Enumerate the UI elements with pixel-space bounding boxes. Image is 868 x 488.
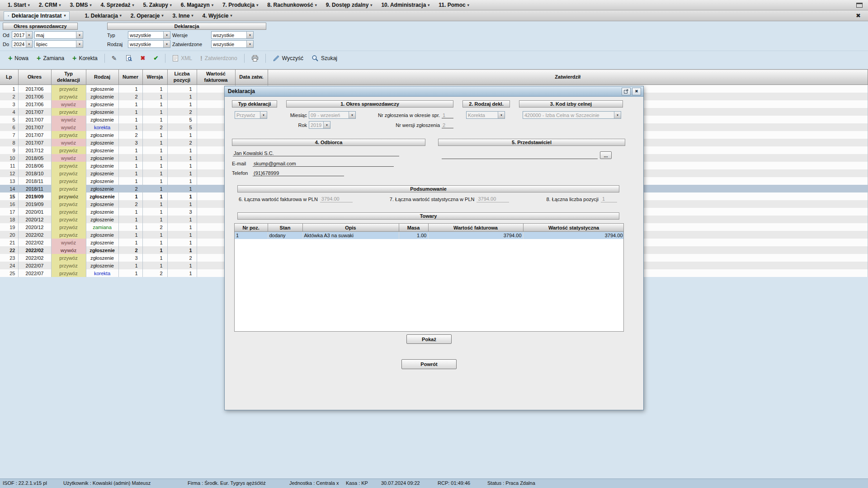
nr-zgloszenia-input[interactable]: 1 [442,112,453,118]
rodzaj-select[interactable]: wszystkie ▾ [128,40,170,48]
edit-button[interactable]: ✎ [108,54,121,62]
dialog-body: Typ deklaracji Przywóz ▾ 1. Okres sprawo… [225,100,643,369]
od-month-select[interactable]: maj ▾ [34,31,83,39]
toolbar-divider [265,54,266,63]
cell: 1 [142,108,167,116]
main-menu-item-3[interactable]: 3. DMS▾ [66,1,95,9]
popout-icon[interactable] [622,88,631,95]
od-year-select[interactable]: 2017 ▾ [12,31,33,39]
dialog-titlebar[interactable]: Deklaracja ✖ [225,86,643,97]
clear-button[interactable]: Wyczyść [269,53,307,63]
nr-wersji-input[interactable]: 2 [442,122,453,128]
main-menu-item-4[interactable]: 4. Sprzedaż▾ [96,1,138,9]
column-header[interactable]: Okres [18,70,51,85]
show-button[interactable]: Pokaż [406,334,452,344]
main-menu-item-10[interactable]: 10. Administracja▾ [377,1,434,9]
column-header[interactable]: Wersja [142,70,167,85]
column-header[interactable]: Zatwierdził [268,70,868,85]
rok-select[interactable]: 2019 ▾ [309,121,330,129]
module-menu-item-2[interactable]: 2. Operacje▾ [127,12,168,20]
okres-filter-group: Okres sprawozdawczy Od 2017 ▾ maj ▾ Do 2… [3,23,95,48]
telefon-input[interactable]: (91)678999 [253,170,344,176]
towary-column-header[interactable]: Masa [399,224,428,232]
module-menu-item-3[interactable]: 3. Inne▾ [169,12,198,20]
nr-wersji-label: Nr wersji zgłoszenia [358,122,442,128]
cell: 1 [118,231,142,239]
do-month-select[interactable]: lipiec ▾ [34,40,83,48]
cell: 1 [167,162,197,169]
column-header[interactable]: Data zatw. [235,70,268,85]
typ-select[interactable]: wszystkie ▾ [128,31,170,39]
column-header[interactable]: Wartość fakturowa [197,70,235,85]
towary-listbox[interactable]: Nr poz.StanOpisMasaWartość fakturowaWart… [234,223,624,332]
cell: 2017/06 [18,85,51,93]
cell: 3 [118,254,142,262]
towary-column-header[interactable]: Wartość fakturowa [428,224,523,232]
main-menu-item-8[interactable]: 8. Rachunkowość▾ [263,1,321,9]
column-header[interactable]: Lp [0,70,18,85]
cell: 1 [118,154,142,162]
module-menu-item-4[interactable]: 4. Wyjście▾ [198,12,236,20]
do-year-select[interactable]: 2024 ▾ [12,40,33,48]
cell: przywóz [51,200,86,208]
dialog-close-icon[interactable]: ✖ [632,88,641,95]
chevron-down-icon: ▾ [246,41,253,47]
towary-column-header[interactable]: Stan [268,224,302,232]
search-button-label: Szukaj [321,55,337,61]
cell: korekta [86,123,118,131]
cell: zgłoszenie [86,177,118,185]
approve-button[interactable]: ✔ [150,54,162,62]
miesiac-select[interactable]: 09 - wrzesień ▾ [309,111,356,119]
zatwierdzone-select[interactable]: wszystkie ▾ [211,40,254,48]
odbiorca-name-input[interactable]: Jan Kowalski S.C. [233,150,399,156]
towary-column-header[interactable]: Nr poz. [235,224,268,232]
przedstawiciel-input[interactable] [442,153,598,159]
towary-column-header[interactable]: Opis [302,224,399,232]
main-menu-item-7[interactable]: 7. Produkcja▾ [218,1,262,9]
email-input[interactable]: skump@gmail.com [253,160,394,167]
column-header[interactable]: Liczba pozycji [167,70,197,85]
wersje-select[interactable]: wszystkie ▾ [211,31,254,39]
column-header[interactable]: Numer [118,70,142,85]
main-menu-item-1[interactable]: 1. Start▾ [4,1,34,9]
correction-button[interactable]: +Korekta [69,54,101,63]
module-tab-deklaracje-intrastat[interactable]: · Deklaracje Intrastat ▾ [4,11,70,20]
cell: wywóz [51,139,86,146]
delete-button[interactable]: ✖ [137,54,149,62]
cell: zgłoszenie [86,185,118,192]
new-button[interactable]: +Nowa [5,54,32,63]
typ-deklaracji-select[interactable]: Przywóz ▾ [235,111,267,119]
replace-button[interactable]: +Zamiana [33,54,68,63]
cell: 6 [0,123,18,131]
print-button[interactable] [248,53,262,63]
browse-button[interactable]: ... [600,151,612,159]
cell: 1 [142,231,167,239]
main-menu-item-2[interactable]: 2. CRM▾ [35,1,65,9]
chevron-down-icon: ▾ [59,3,61,7]
rodzaj-dekl-select[interactable]: Korekta ▾ [466,111,505,119]
cell: zgłoszenie [86,100,118,108]
app-window-icon[interactable] [854,3,864,8]
module-menu-item-1[interactable]: 1. Deklaracja▾ [80,12,125,20]
cell: 1 [142,131,167,139]
module-close-icon[interactable]: ✖ [852,12,864,19]
main-menu-item-6[interactable]: 6. Magazyn▾ [177,1,217,9]
return-button[interactable]: Powrót [401,359,457,369]
cell: 1 [142,262,167,269]
cell: 1 [167,231,197,239]
column-header[interactable]: Typ deklaracji [51,70,86,85]
preview-button[interactable] [122,53,136,63]
approved-button: !Zatwierdzono [197,54,241,63]
main-menu-item-11[interactable]: 11. Pomoc▾ [434,1,473,9]
main-menu-item-9[interactable]: 9. Dostęp zdalny▾ [322,1,377,9]
cell: 2020/01 [18,208,51,216]
towary-row[interactable]: 1dodanyAktówka A3 na suwaki1.003794.0037… [235,232,624,239]
main-menu-item-5[interactable]: 5. Zakupy▾ [139,1,175,9]
towary-column-header[interactable]: Wartość statystyczna [523,224,624,232]
cell: 3 [167,208,197,216]
cell: 2 [0,93,18,100]
search-button[interactable]: Szukaj [308,53,341,63]
rodzaj-dekl-section: 2. Rodzaj dekl. Korekta ▾ [462,100,510,129]
kod-izby-select[interactable]: 420000 - Izba Celna w Szczecinie ▾ [523,111,621,119]
column-header[interactable]: Rodzaj [86,70,118,85]
